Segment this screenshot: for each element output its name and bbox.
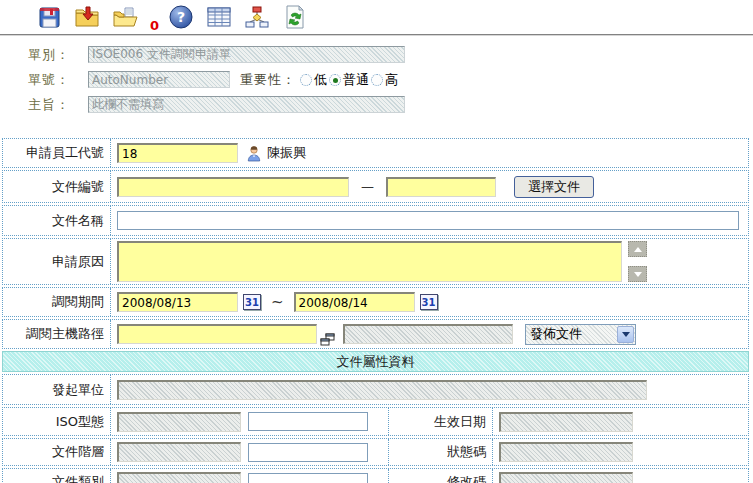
main-form: 申請員工代號 陳振興 文件編號 — 選擇文件 文件名稱 — [2, 138, 749, 483]
doc-type-label: 單別： — [28, 46, 88, 64]
help-icon: ? — [168, 4, 194, 30]
doc-number-label: 文件編號 — [3, 171, 111, 202]
importance-option-low: 低 — [314, 71, 327, 89]
calendar-from-icon[interactable]: 31 — [243, 294, 261, 310]
reason-textarea[interactable] — [117, 241, 622, 282]
row-doc-level: 文件階層 狀態碼 — [2, 438, 749, 466]
save-icon — [37, 5, 62, 30]
period-label: 調閱期間 — [3, 288, 111, 316]
row-origin-unit: 發起單位 — [2, 374, 749, 405]
doc-source-select[interactable]: 發佈文件 — [525, 324, 636, 345]
importance-option-high: 高 — [385, 71, 398, 89]
subject-label: 主旨： — [28, 96, 88, 114]
modify-code-label: 修改碼 — [389, 469, 493, 483]
status-code-label: 狀態碼 — [389, 439, 493, 465]
subject-row: 主旨： — [28, 96, 753, 113]
record-count-badge: 0 — [150, 19, 159, 32]
open-folder-button[interactable] — [112, 4, 139, 31]
section-title: 文件屬性資料 — [337, 353, 415, 371]
origin-unit-input — [117, 380, 647, 400]
scroll-down-button[interactable] — [628, 266, 647, 282]
arrow-up-icon — [634, 247, 642, 252]
save-to-folder-button[interactable] — [74, 4, 101, 31]
effective-date-input — [499, 412, 633, 432]
doc-no-row: 單號： 重要性： 低 普通 高 — [28, 71, 753, 88]
doc-level-input — [117, 442, 241, 462]
period-to-input[interactable] — [294, 292, 415, 312]
row-doc-number: 文件編號 — 選擇文件 — [2, 170, 749, 203]
row-doc-name: 文件名稱 — [2, 205, 749, 236]
import-folder-icon — [74, 5, 101, 30]
flow-button[interactable] — [243, 4, 270, 31]
browse-windows-icon[interactable] — [320, 333, 335, 346]
row-applicant: 申請員工代號 陳振興 — [2, 138, 749, 168]
doc-category-desc-input[interactable] — [248, 473, 368, 483]
iso-type-input — [117, 412, 241, 432]
row-host-path: 調閱主機路徑 發佈文件 — [2, 319, 749, 349]
doc-no-input — [88, 71, 230, 88]
subject-input — [88, 96, 405, 113]
host-path-label: 調閱主機路徑 — [3, 320, 111, 348]
doc-type-row: 單別： — [28, 46, 753, 63]
origin-unit-label: 發起單位 — [3, 375, 111, 404]
period-from-input[interactable] — [117, 292, 238, 312]
applicant-id-input[interactable] — [117, 143, 238, 163]
doc-name-input[interactable] — [117, 211, 739, 230]
svg-text:?: ? — [176, 9, 184, 25]
importance-label: 重要性： — [240, 71, 296, 89]
period-separator: ~ — [271, 293, 284, 311]
applicant-label: 申請員工代號 — [3, 139, 111, 167]
list-view-button[interactable] — [205, 4, 232, 31]
doc-name-label: 文件名稱 — [3, 206, 111, 235]
help-button[interactable]: ? — [167, 4, 194, 31]
host-path2-input — [343, 324, 513, 344]
scroll-up-button[interactable] — [628, 241, 647, 257]
importance-radio-normal[interactable]: 普通 — [329, 71, 369, 89]
host-path-input[interactable] — [117, 324, 317, 344]
table-list-icon — [206, 5, 232, 29]
row-period: 調閱期間 31 ~ 31 — [2, 287, 749, 317]
modify-code-input — [499, 472, 633, 483]
importance-radio-low[interactable]: 低 — [300, 71, 327, 89]
row-iso-type: ISO型態 生效日期 — [2, 407, 749, 436]
flowchart-icon — [244, 5, 270, 30]
doc-level-label: 文件階層 — [3, 439, 111, 465]
save-button[interactable] — [36, 4, 63, 31]
doc-number-to-input[interactable] — [386, 177, 496, 197]
iso-type-label: ISO型態 — [3, 408, 111, 435]
section-header-doc-attributes: 文件屬性資料 — [2, 351, 749, 372]
applicant-name: 陳振興 — [267, 144, 306, 162]
importance-option-normal: 普通 — [343, 71, 369, 89]
refresh-button[interactable] — [281, 4, 308, 31]
doc-number-from-input[interactable] — [117, 177, 349, 197]
refresh-icon — [283, 4, 307, 30]
header-form: 單別： 單號： 重要性： 低 普通 高 主旨： — [0, 36, 753, 113]
reason-scroll-buttons — [628, 241, 647, 282]
doc-source-value: 發佈文件 — [526, 325, 616, 343]
row-reason: 申請原因 — [2, 238, 749, 285]
importance-radio-high[interactable]: 高 — [371, 71, 398, 89]
radio-icon[interactable] — [371, 74, 383, 86]
iso-type-desc-input[interactable] — [248, 412, 368, 431]
doc-type-input — [88, 46, 405, 63]
radio-icon[interactable] — [300, 74, 312, 86]
status-code-input — [499, 442, 633, 462]
row-doc-category: 文件類別 修改碼 — [2, 468, 749, 483]
effective-date-label: 生效日期 — [389, 408, 493, 435]
choose-document-button[interactable]: 選擇文件 — [514, 176, 594, 198]
calendar-to-icon[interactable]: 31 — [420, 294, 438, 310]
toolbar: 0 ? — [0, 0, 753, 36]
doc-level-desc-input[interactable] — [248, 443, 368, 462]
person-icon[interactable] — [246, 145, 262, 162]
doc-category-input — [117, 472, 241, 483]
doc-number-separator: — — [361, 179, 374, 194]
chevron-down-icon[interactable] — [617, 326, 634, 343]
doc-category-label: 文件類別 — [3, 469, 111, 483]
open-folder-icon — [112, 5, 139, 30]
arrow-down-icon — [634, 272, 642, 277]
doc-no-label: 單號： — [28, 71, 88, 89]
radio-selected-icon[interactable] — [329, 74, 341, 86]
reason-label: 申請原因 — [3, 239, 111, 284]
